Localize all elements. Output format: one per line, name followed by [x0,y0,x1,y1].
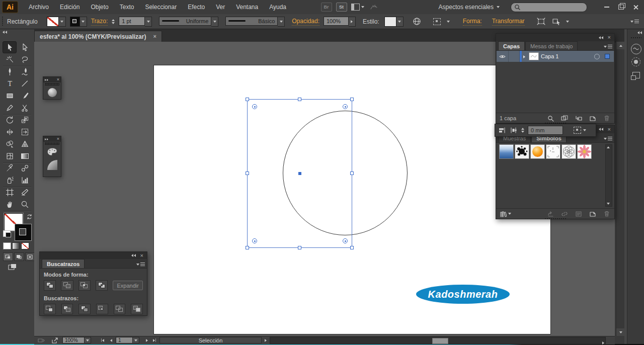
tool-symbol-sprayer[interactable] [3,174,17,186]
last-artboard-button[interactable] [150,337,158,343]
locate-object-icon[interactable] [546,115,554,122]
tool-curvature-pen[interactable] [18,65,32,77]
tool-rectangle[interactable] [3,90,17,102]
tab-mesas-de-trabajo[interactable]: Mesas de trabajo [525,41,578,50]
corner-widget-bottom-right[interactable] [343,238,348,243]
outline-button[interactable] [114,304,126,314]
handle-bottom-left[interactable] [246,246,249,249]
document-setup-globe-icon[interactable] [412,17,423,27]
menu-ayuda[interactable]: Ayuda [264,0,292,14]
stroke-color-control[interactable] [70,17,87,27]
opacity-field[interactable]: 100% [324,17,349,26]
select-similar-button[interactable] [432,17,443,27]
tool-artboard[interactable] [3,186,17,198]
scroll-right-button[interactable] [602,339,604,345]
close-strip-icon[interactable]: × [57,77,59,82]
close-panel-icon[interactable]: × [608,127,611,132]
tool-selection[interactable] [3,41,17,53]
handle-top-left[interactable] [246,98,249,101]
tool-pen[interactable] [3,65,17,77]
corner-widget-top-right[interactable] [343,104,348,109]
tool-scissors[interactable] [18,102,32,114]
distribute-panel-icon[interactable] [510,127,518,134]
collapse-panel-icon[interactable] [131,254,136,257]
stock-button[interactable]: St [336,3,347,12]
close-strip-icon[interactable]: × [57,137,59,141]
share-document-icon[interactable] [50,337,58,343]
collapse-panel-icon[interactable] [599,128,603,131]
draw-normal-button[interactable] [3,252,13,261]
distribute-spacing-stepper[interactable] [521,128,524,133]
swap-fill-stroke-icon[interactable] [26,213,33,220]
gradient-button[interactable] [12,242,20,249]
handle-bottom-right[interactable] [350,246,354,249]
draw-behind-button[interactable] [14,252,24,261]
width-profile-field[interactable]: Uniforme [159,17,211,26]
select-similar-dropdown[interactable] [447,21,450,23]
unite-button[interactable] [44,280,56,291]
layer-name[interactable]: Capa 1 [541,53,558,59]
symbol-orange-orb[interactable] [530,144,545,159]
zoom-control[interactable]: 100% [62,337,91,343]
tool-pencil[interactable] [3,102,17,114]
illustrator-logo[interactable]: Ai [2,1,18,13]
tool-rotate[interactable] [3,114,17,126]
make-clipping-mask-icon[interactable] [560,115,569,122]
symbol-daisy[interactable] [577,144,592,159]
layers-panel-menu[interactable] [604,45,612,50]
tab-capas[interactable]: Capas [498,41,525,50]
pathfinder-panel-menu[interactable] [136,263,145,268]
style-dropdown[interactable] [396,17,404,27]
new-layer-icon[interactable] [589,115,597,122]
tool-free-transform[interactable] [18,126,32,138]
style-swatch[interactable] [384,17,396,27]
new-sublayer-icon[interactable] [575,115,583,122]
scroll-down-button[interactable] [616,328,625,336]
opacity-dropdown[interactable] [349,17,356,27]
expand-dock-icon[interactable] [637,31,642,34]
merge-button[interactable] [78,304,91,314]
symbol-registration-marks[interactable] [546,144,560,159]
control-panel-menu[interactable] [630,20,639,23]
tool-width[interactable] [3,126,17,138]
minus-back-button[interactable] [131,304,143,314]
symbol-spiro[interactable] [561,144,576,159]
palette-tool[interactable] [43,145,61,158]
stroke-width-field[interactable]: 1 pt [119,17,145,26]
scroll-up-button[interactable] [616,42,625,49]
tool-perspective-grid[interactable] [18,138,32,150]
corner-widget-bottom-left[interactable] [252,238,257,243]
layer-row[interactable]: Capa 1 [497,51,614,62]
corner-widget-top-left[interactable] [252,104,257,109]
intersect-button[interactable] [78,280,91,291]
menu-ver[interactable]: Ver [210,0,230,14]
symbol-options-icon[interactable] [575,210,583,217]
stroke-dropdown[interactable] [80,17,87,27]
previous-artboard-button[interactable] [107,337,115,343]
tool-lasso[interactable] [18,53,32,65]
dock-strip-icon[interactable] [45,79,48,81]
menu-texto[interactable]: Texto [114,0,140,14]
align-panel-icon[interactable] [498,127,506,134]
tool-paintbrush[interactable] [18,90,32,102]
tool-magic-wand[interactable] [3,53,17,65]
shear-tool[interactable] [43,158,61,171]
center-point[interactable] [298,172,301,175]
layer-thumbnail[interactable] [529,52,539,60]
horizontal-scroll-thumb[interactable] [432,338,448,344]
break-symbol-link-icon[interactable] [560,210,569,217]
tab-buscatrazos[interactable]: Buscatrazos [42,259,85,268]
symbol-libraries-menu[interactable] [500,211,511,217]
minus-front-button[interactable] [61,280,73,291]
tool-mesh[interactable] [3,150,17,162]
fill-color-control[interactable] [47,17,66,27]
tool-blend[interactable] [18,162,32,174]
layer-visibility-toggle[interactable] [497,51,509,62]
status-options-button[interactable] [262,337,269,343]
opacity-panel-link[interactable]: Opacidad: [292,18,319,26]
color-button[interactable] [3,242,11,249]
stroke-proxy[interactable] [15,224,31,240]
crop-button[interactable] [96,304,108,314]
align-boundingbox-icon[interactable] [536,17,547,27]
shape-panel-link[interactable]: Forma: [463,18,482,26]
